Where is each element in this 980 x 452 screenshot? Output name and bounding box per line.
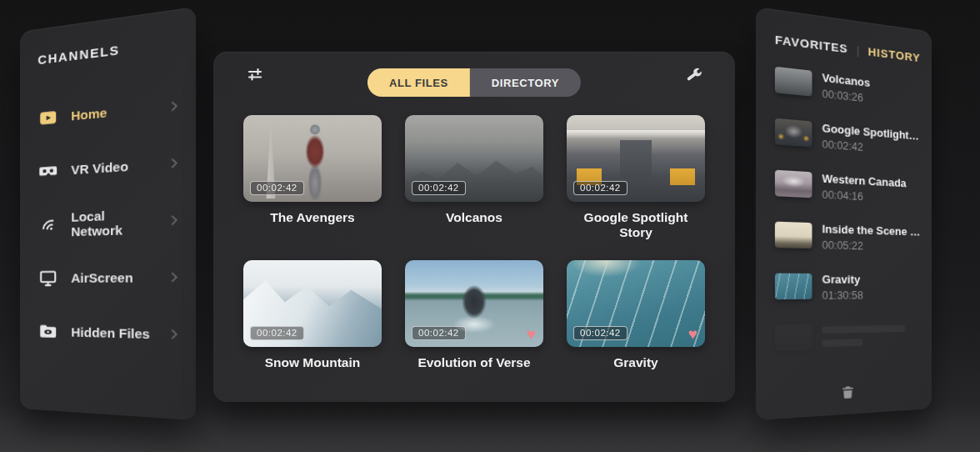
- sidebar-item-vr-video[interactable]: VR Video: [38, 134, 180, 198]
- video-title: Evolution of Verse: [405, 355, 543, 370]
- duration-badge: 00:02:42: [573, 326, 628, 340]
- tab-history[interactable]: HISTORY: [868, 45, 921, 64]
- settings-button[interactable]: [682, 64, 705, 88]
- sidebar-item-label: AirScreen: [71, 270, 132, 285]
- history-item-faded: [775, 322, 921, 351]
- history-duration: 00:04:16: [822, 188, 906, 204]
- history-item-gravity[interactable]: Gravity 01:30:58: [775, 274, 921, 303]
- history-title: Gravity: [822, 274, 862, 286]
- video-card-evolution-of-verse[interactable]: 00:02:42 ♥ Evolution of Verse: [405, 260, 543, 370]
- tab-directory[interactable]: DIRECTORY: [470, 68, 581, 97]
- history-thumbnail: [775, 67, 812, 97]
- video-title: The Avengers: [243, 210, 382, 225]
- clear-history-button[interactable]: [837, 382, 859, 406]
- faded-text-bar: [822, 339, 862, 347]
- history-title: Volcanos: [822, 72, 870, 89]
- chevron-right-icon: [168, 100, 181, 113]
- history-duration: 01:30:58: [822, 289, 862, 302]
- tab-divider: |: [857, 43, 860, 57]
- video-title: Volcanos: [405, 210, 543, 225]
- video-thumbnail: 00:02:42 ♥: [567, 260, 705, 347]
- channels-title: CHANNELS: [38, 34, 180, 67]
- wifi-icon: [38, 214, 58, 235]
- sort-button[interactable]: [243, 64, 267, 88]
- video-card-google-spotlight-story[interactable]: 00:02:42 Google Spotlight Story: [567, 115, 705, 240]
- trash-icon: [840, 384, 856, 404]
- video-card-gravity[interactable]: 00:02:42 ♥ Gravity: [567, 260, 705, 370]
- history-thumbnail: [775, 274, 812, 300]
- wrench-icon: [685, 66, 702, 87]
- history-title: Western Canada: [822, 173, 906, 189]
- video-thumbnail: 00:02:42: [567, 115, 705, 202]
- heart-icon: ♥: [527, 326, 536, 342]
- history-thumbnail: [775, 222, 812, 249]
- chevron-right-icon: [168, 214, 181, 227]
- side-tabs: FAVORITES | HISTORY: [775, 33, 921, 65]
- chevron-right-icon: [168, 271, 181, 283]
- tab-all-files[interactable]: ALL FILES: [368, 68, 470, 97]
- duration-badge: 00:02:42: [250, 181, 304, 195]
- video-card-snow-mountain[interactable]: 00:02:42 Snow Mountain: [243, 260, 382, 370]
- history-thumbnail: [775, 170, 812, 198]
- video-thumbnail: 00:02:42: [405, 115, 543, 202]
- history-duration: 00:05:22: [822, 239, 920, 254]
- heart-icon: ♥: [688, 326, 698, 342]
- play-icon: [38, 107, 58, 129]
- tune-sliders-icon: [245, 64, 265, 88]
- vr-goggles-icon: [38, 160, 58, 182]
- history-item-inside-the-scene[interactable]: Inside the Scene of ... 00:05:22: [775, 222, 921, 254]
- sidebar-item-label: Home: [71, 105, 107, 123]
- tab-favorites[interactable]: FAVORITES: [775, 33, 848, 56]
- hidden-folder-icon: [38, 321, 58, 342]
- video-title: Gravity: [567, 355, 705, 370]
- video-thumbnail: 00:02:42: [243, 260, 382, 347]
- faded-text-bar: [822, 325, 904, 334]
- sidebar-item-local-network[interactable]: Local Network: [38, 192, 180, 252]
- video-title: Google Spotlight Story: [567, 210, 705, 240]
- library-header: ALL FILES DIRECTORY: [213, 52, 735, 100]
- duration-badge: 00:02:42: [573, 181, 628, 195]
- duration-badge: 00:02:42: [412, 181, 466, 195]
- sidebar-item-label: VR Video: [71, 158, 128, 177]
- video-card-volcanos[interactable]: 00:02:42 Volcanos: [405, 115, 543, 240]
- history-duration: 00:03:26: [822, 88, 870, 105]
- history-item-volcanos[interactable]: Volcanos 00:03:26: [775, 67, 921, 110]
- video-title: Snow Mountain: [243, 355, 382, 370]
- history-title: Inside the Scene of ...: [822, 223, 920, 239]
- channels-panel: CHANNELS Home VR Video: [20, 7, 196, 420]
- video-card-the-avengers[interactable]: 00:02:42 The Avengers: [243, 115, 382, 240]
- sidebar-item-airscreen[interactable]: AirScreen: [38, 249, 180, 306]
- history-item-western-canada[interactable]: Western Canada 00:04:16: [775, 170, 921, 206]
- duration-badge: 00:02:42: [412, 326, 466, 340]
- video-thumbnail: 00:02:42: [243, 115, 382, 202]
- chevron-right-icon: [168, 157, 181, 169]
- side-panel: FAVORITES | HISTORY Volcanos 00:03:26 Go…: [756, 7, 932, 420]
- monitor-icon: [38, 268, 58, 289]
- duration-badge: 00:02:42: [250, 326, 304, 340]
- library-panel: ALL FILES DIRECTORY 00:02:42 The Avenger…: [213, 52, 735, 402]
- sidebar-item-label: Hidden Files: [71, 324, 150, 341]
- video-grid: 00:02:42 The Avengers 00:02:42 Volcanos …: [213, 115, 735, 370]
- vr-player-stage: CHANNELS Home VR Video: [0, 0, 980, 452]
- history-thumbnail: [775, 324, 812, 351]
- history-item-google-spotlight-story[interactable]: Google Spotlight Story 00:02:42: [775, 118, 921, 158]
- sidebar-item-label: Local Network: [71, 206, 153, 239]
- sidebar-item-hidden-files[interactable]: Hidden Files: [38, 304, 180, 363]
- files-directory-toggle: ALL FILES DIRECTORY: [368, 68, 581, 97]
- history-thumbnail: [775, 118, 812, 148]
- chevron-right-icon: [168, 329, 181, 340]
- video-thumbnail: 00:02:42 ♥: [405, 260, 543, 347]
